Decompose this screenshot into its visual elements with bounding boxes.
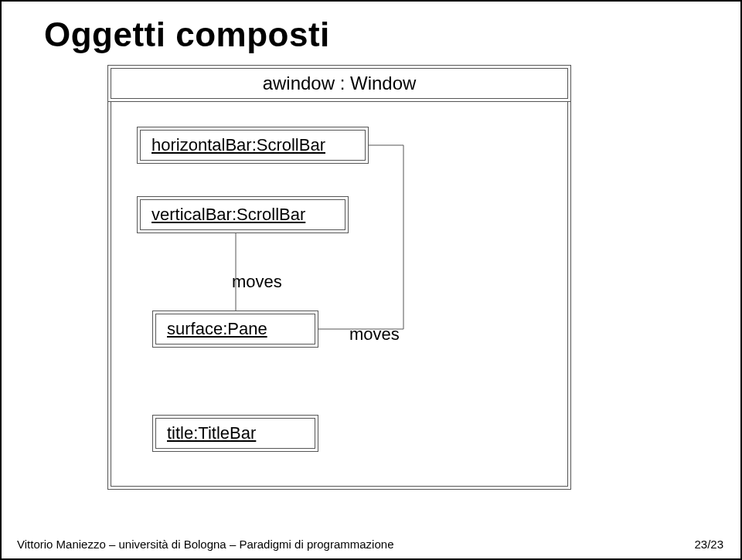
object-title-bar-inner: title:TitleBar <box>155 418 315 449</box>
object-vertical-scrollbar-inner: verticalBar:ScrollBar <box>140 199 345 230</box>
footer-page-number: 23/23 <box>694 538 723 551</box>
connector-label-moves-vertical: moves <box>232 272 282 292</box>
object-horizontal-scrollbar-inner: horizontalBar:ScrollBar <box>140 130 366 161</box>
object-vertical-scrollbar-label: verticalBar:ScrollBar <box>151 205 305 225</box>
object-title-bar-label: title:TitleBar <box>167 423 256 443</box>
page-title: Oggetti composti <box>44 15 330 54</box>
object-vertical-scrollbar: verticalBar:ScrollBar <box>137 196 349 233</box>
object-horizontal-scrollbar-label: horizontalBar:ScrollBar <box>151 135 325 155</box>
connector-label-moves-horizontal: moves <box>349 324 400 344</box>
window-header: awindow : Window <box>107 65 571 102</box>
object-surface-pane-label: surface:Pane <box>167 319 267 339</box>
object-surface-pane-inner: surface:Pane <box>155 314 315 344</box>
footer-author: Vittorio Maniezzo – università di Bologn… <box>17 538 393 551</box>
window-header-label: awindow : Window <box>111 68 568 99</box>
object-surface-pane: surface:Pane <box>152 311 318 348</box>
object-title-bar: title:TitleBar <box>152 415 318 452</box>
slide: Oggetti composti awindow : Window horizo… <box>0 0 742 560</box>
object-horizontal-scrollbar: horizontalBar:ScrollBar <box>137 127 369 164</box>
